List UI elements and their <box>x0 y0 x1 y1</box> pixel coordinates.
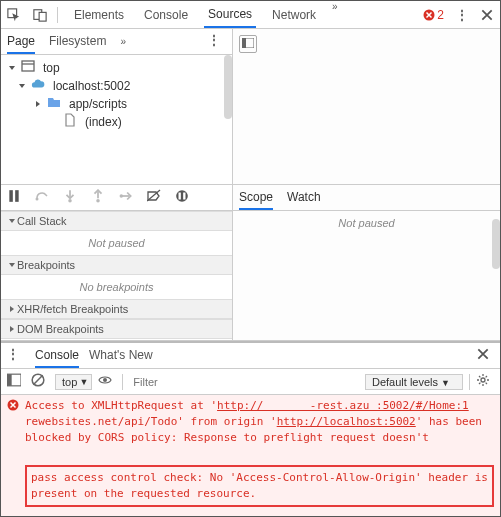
svg-rect-17 <box>183 192 185 199</box>
svg-point-22 <box>103 378 107 382</box>
svg-point-11 <box>68 198 72 202</box>
tab-network[interactable]: Network <box>268 1 320 28</box>
inspect-icon[interactable] <box>5 6 23 24</box>
svg-rect-7 <box>242 38 246 48</box>
svg-rect-2 <box>39 12 46 21</box>
debugger-sidebar: Call Stack Not paused Breakpoints No bre… <box>1 185 233 340</box>
live-expression-icon[interactable] <box>98 373 116 391</box>
filter-input[interactable] <box>129 374 359 390</box>
svg-line-21 <box>33 375 42 384</box>
more-tabs-icon[interactable]: » <box>332 1 338 28</box>
tab-elements[interactable]: Elements <box>70 1 128 28</box>
error-count-badge[interactable]: 2 <box>423 8 444 22</box>
more-subtabs-icon[interactable]: » <box>120 36 126 47</box>
svg-point-10 <box>36 197 39 200</box>
callstack-body: Not paused <box>1 231 232 255</box>
svg-rect-4 <box>22 61 34 71</box>
svg-rect-8 <box>9 190 13 202</box>
svg-point-13 <box>120 194 124 198</box>
editor-panel <box>233 29 500 184</box>
panel-tabs: Elements Console Sources Network » <box>70 1 338 28</box>
console-messages: Access to XMLHttpRequest at 'http:// -re… <box>1 395 500 516</box>
device-toggle-icon[interactable] <box>31 6 49 24</box>
step-over-icon[interactable] <box>35 189 53 207</box>
drawer-tab-whatsnew[interactable]: What's New <box>89 343 153 368</box>
scope-watch-tabs: Scope Watch <box>233 185 500 211</box>
sources-panel: Page Filesystem » ⋮ top localhost:5002 <box>1 29 500 516</box>
section-dom-breakpoints[interactable]: DOM Breakpoints <box>1 319 232 339</box>
chevron-down-icon <box>17 81 27 91</box>
console-drawer: ⋮ Console What's New top ▼ Default level… <box>1 341 500 516</box>
main-toolbar: Elements Console Sources Network » 2 ⋮ <box>1 1 500 29</box>
context-select[interactable]: top ▼ <box>55 374 92 390</box>
deactivate-breakpoints-icon[interactable] <box>147 189 165 207</box>
separator <box>57 7 58 23</box>
tree-file[interactable]: (index) <box>5 113 228 131</box>
show-navigator-icon[interactable] <box>239 35 257 53</box>
separator <box>122 374 123 390</box>
error-icon <box>7 398 19 416</box>
navigator-panel: Page Filesystem » ⋮ top localhost:5002 <box>1 29 233 184</box>
drawer-tab-console[interactable]: Console <box>35 343 79 368</box>
subtab-filesystem[interactable]: Filesystem <box>49 29 106 54</box>
tree-folder[interactable]: app/scripts <box>5 95 228 113</box>
frame-icon <box>21 59 39 77</box>
console-toolbar: top ▼ Default levels ▼ <box>1 369 500 395</box>
drawer-menu-icon[interactable]: ⋮ <box>7 347 25 365</box>
highlighted-error: pass access control check: No 'Access-Co… <box>25 465 494 507</box>
log-levels-select[interactable]: Default levels ▼ <box>365 374 463 390</box>
navigator-menu-icon[interactable]: ⋮ <box>208 33 226 51</box>
file-tree: top localhost:5002 app/scripts (index) <box>1 55 232 184</box>
section-callstack[interactable]: Call Stack <box>1 211 232 231</box>
document-icon <box>63 113 81 131</box>
close-drawer-icon[interactable] <box>476 347 494 365</box>
svg-point-15 <box>176 190 188 202</box>
message-text: Access to XMLHttpRequest at 'http:// -re… <box>25 398 494 516</box>
folder-icon <box>47 95 65 113</box>
section-breakpoints[interactable]: Breakpoints <box>1 255 232 275</box>
debug-controls <box>1 185 232 211</box>
svg-rect-19 <box>7 374 12 386</box>
svg-rect-16 <box>179 192 181 199</box>
chevron-down-icon <box>7 63 17 73</box>
tree-host[interactable]: localhost:5002 <box>5 77 228 95</box>
kebab-menu-icon[interactable]: ⋮ <box>452 6 470 24</box>
close-icon[interactable] <box>478 6 496 24</box>
settings-gear-icon[interactable] <box>476 373 494 391</box>
tree-root[interactable]: top <box>5 59 228 77</box>
separator <box>469 374 470 390</box>
section-xhr-breakpoints[interactable]: XHR/fetch Breakpoints <box>1 299 232 319</box>
tree-folder-label: app/scripts <box>69 97 127 111</box>
step-into-icon[interactable] <box>63 189 81 207</box>
sidebar-toggle-icon[interactable] <box>7 373 25 391</box>
error-count-value: 2 <box>437 8 444 22</box>
clear-console-icon[interactable] <box>31 373 49 391</box>
pause-icon[interactable] <box>7 189 25 207</box>
subtab-page[interactable]: Page <box>7 29 35 54</box>
tree-root-label: top <box>43 61 60 75</box>
cloud-icon <box>31 77 49 95</box>
drawer-tabs: ⋮ Console What's New <box>1 343 500 369</box>
tree-file-label: (index) <box>85 115 122 129</box>
svg-rect-9 <box>15 190 19 202</box>
svg-point-23 <box>481 378 485 382</box>
chevron-right-icon <box>33 99 43 109</box>
step-icon[interactable] <box>119 189 137 207</box>
scope-body: Not paused <box>233 211 500 235</box>
navigator-tabs: Page Filesystem » ⋮ <box>1 29 232 55</box>
tab-console[interactable]: Console <box>140 1 192 28</box>
console-error-message[interactable]: Access to XMLHttpRequest at 'http:// -re… <box>1 395 500 516</box>
tab-scope[interactable]: Scope <box>239 185 273 210</box>
tree-host-label: localhost:5002 <box>53 79 130 93</box>
scope-watch-panel: Scope Watch Not paused <box>233 185 500 340</box>
tab-watch[interactable]: Watch <box>287 185 321 210</box>
pause-on-exceptions-icon[interactable] <box>175 189 193 207</box>
step-out-icon[interactable] <box>91 189 109 207</box>
tab-sources[interactable]: Sources <box>204 1 256 28</box>
scrollbar-thumb[interactable] <box>492 219 500 269</box>
scrollbar-thumb[interactable] <box>224 55 232 119</box>
breakpoints-body: No breakpoints <box>1 275 232 299</box>
svg-point-12 <box>96 198 100 202</box>
